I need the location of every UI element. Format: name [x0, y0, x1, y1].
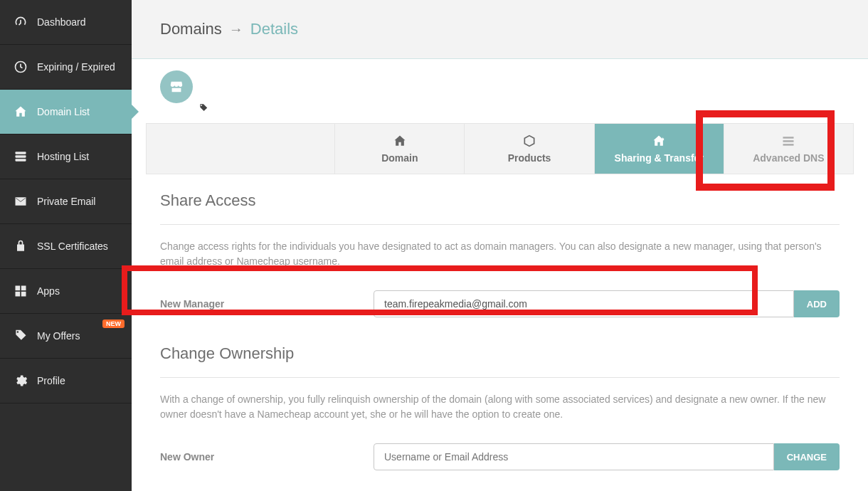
- tab-domain[interactable]: Domain: [334, 124, 464, 174]
- home-icon: [393, 134, 407, 148]
- tag-row: [132, 103, 868, 116]
- sidebar-item-profile[interactable]: Profile: [0, 359, 132, 403]
- new-owner-label: New Owner: [160, 451, 359, 463]
- share-access-desc: Change access rights for the individuals…: [160, 239, 840, 269]
- share-access-title: Share Access: [160, 191, 840, 210]
- new-badge: NEW: [102, 320, 125, 328]
- sidebar: Dashboard Expiring / Expired Domain List…: [0, 0, 132, 491]
- sidebar-item-label: Hosting List: [37, 151, 89, 162]
- mail-icon: [13, 194, 28, 209]
- svg-rect-5: [21, 286, 26, 291]
- breadcrumb-parent[interactable]: Domains: [160, 20, 222, 38]
- svg-rect-7: [21, 292, 26, 297]
- tabs: Domain Products Sharing & Transfer Advan…: [146, 123, 854, 174]
- new-manager-input[interactable]: [374, 290, 794, 317]
- svg-rect-6: [16, 292, 21, 297]
- change-ownership-title: Change Ownership: [160, 344, 840, 363]
- gear-icon: [13, 373, 28, 389]
- sidebar-item-offers[interactable]: My Offers NEW: [0, 314, 132, 359]
- svg-rect-10: [783, 144, 794, 146]
- tag-icon[interactable]: [199, 103, 208, 113]
- tab-label: Advanced DNS: [753, 152, 824, 164]
- divider: [160, 224, 840, 225]
- sidebar-item-hosting-list[interactable]: Hosting List: [0, 134, 132, 179]
- main-area: Domains → Details Domain Products: [132, 0, 868, 491]
- tab-label: Domain: [381, 152, 418, 164]
- lock-icon: [13, 238, 28, 254]
- breadcrumb-current: Details: [250, 20, 298, 38]
- package-icon: [522, 134, 536, 148]
- svg-rect-1: [16, 152, 26, 154]
- new-manager-label: New Manager: [160, 298, 359, 310]
- sidebar-item-label: Domain List: [37, 106, 90, 117]
- tab-label: Sharing & Transfer: [615, 152, 704, 164]
- share-icon: [652, 134, 666, 148]
- domain-header: [132, 59, 868, 107]
- domain-avatar: [160, 70, 193, 103]
- divider: [160, 377, 840, 378]
- tab-label: Products: [508, 152, 551, 164]
- sidebar-item-label: Dashboard: [37, 16, 86, 28]
- breadcrumb: Domains → Details: [132, 0, 868, 59]
- change-ownership-desc: With a change of ownership, you fully re…: [160, 392, 840, 422]
- new-owner-row: New Owner CHANGE: [160, 436, 840, 477]
- arrow-icon: →: [229, 21, 243, 38]
- store-icon: [169, 79, 184, 95]
- sidebar-item-label: Apps: [37, 285, 60, 297]
- clock-icon: [13, 59, 28, 75]
- tab-advanced-dns[interactable]: Advanced DNS: [724, 124, 853, 174]
- sidebar-item-dashboard[interactable]: Dashboard: [0, 0, 132, 45]
- svg-rect-4: [16, 286, 21, 291]
- add-button[interactable]: ADD: [794, 290, 840, 317]
- sidebar-item-label: Expiring / Expired: [37, 61, 115, 73]
- svg-rect-3: [16, 159, 26, 161]
- sidebar-item-expiring[interactable]: Expiring / Expired: [0, 45, 132, 90]
- sidebar-item-label: My Offers: [37, 330, 80, 342]
- gauge-icon: [13, 14, 28, 30]
- sidebar-item-apps[interactable]: Apps: [0, 269, 132, 314]
- content-area: Share Access Change access rights for th…: [132, 174, 868, 477]
- new-manager-row: New Manager ADD: [160, 283, 840, 324]
- sidebar-item-private-email[interactable]: Private Email: [0, 179, 132, 224]
- change-button[interactable]: CHANGE: [774, 443, 840, 470]
- tab-products[interactable]: Products: [464, 124, 593, 174]
- sidebar-item-label: Private Email: [37, 196, 95, 207]
- svg-rect-9: [783, 140, 794, 142]
- home-icon: [13, 104, 28, 120]
- server-icon: [13, 149, 28, 164]
- apps-icon: [13, 283, 28, 299]
- tag-icon: [13, 328, 28, 344]
- sidebar-item-label: Profile: [37, 375, 65, 386]
- sliders-icon: [781, 134, 795, 148]
- sidebar-item-ssl[interactable]: SSL Certificates: [0, 224, 132, 269]
- sidebar-item-domain-list[interactable]: Domain List: [0, 90, 132, 134]
- tab-sharing-transfer[interactable]: Sharing & Transfer: [594, 124, 724, 174]
- new-owner-input[interactable]: [374, 443, 774, 470]
- svg-rect-2: [16, 155, 26, 157]
- svg-rect-8: [783, 137, 794, 139]
- sidebar-item-label: SSL Certificates: [37, 241, 108, 252]
